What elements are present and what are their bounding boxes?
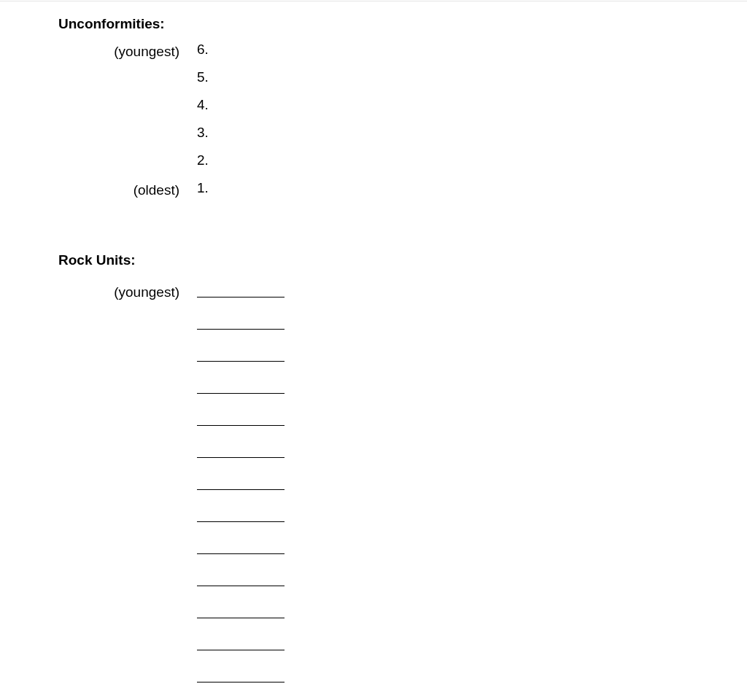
unconformities-row-4: 4. <box>58 95 747 115</box>
unconformities-row-6: (youngest) 6. <box>58 39 747 60</box>
unconformities-row-2: 2. <box>58 150 747 171</box>
rock-units-row-6 <box>58 430 747 461</box>
blank-line <box>197 571 285 586</box>
rock-units-row-9 <box>58 526 747 557</box>
rock-units-row-5 <box>58 398 747 429</box>
blank-line <box>197 603 285 618</box>
blank-line <box>197 539 285 554</box>
youngest-label-unconformities: (youngest) <box>58 44 197 60</box>
unconformities-row-5: 5. <box>58 67 747 88</box>
unconformities-item-4: 4. <box>197 95 209 115</box>
rock-units-row-14: (oldest) <box>58 687 747 700</box>
rock-units-row-8 <box>58 494 747 525</box>
blank-line <box>197 346 285 362</box>
rock-units-row-2 <box>58 302 747 332</box>
blank-line <box>197 411 285 426</box>
unconformities-item-1: 1. <box>197 178 209 198</box>
blank-line <box>197 443 285 458</box>
unconformities-row-1: (oldest) 1. <box>58 178 747 198</box>
rock-units-row-1: (youngest) <box>58 276 747 300</box>
rock-units-row-7 <box>58 462 747 493</box>
rock-units-row-13 <box>58 655 747 685</box>
top-divider <box>0 1 747 1</box>
unconformities-item-5: 5. <box>197 67 209 88</box>
youngest-label-rock-units: (youngest) <box>58 284 197 300</box>
rock-units-row-3 <box>58 334 747 365</box>
blank-line <box>197 475 285 490</box>
unconformities-heading: Unconformities: <box>58 16 747 32</box>
oldest-label-unconformities: (oldest) <box>58 182 197 198</box>
blank-line <box>197 378 285 394</box>
unconformities-item-6: 6. <box>197 39 209 60</box>
rock-units-row-12 <box>58 623 747 653</box>
blank-line <box>197 314 285 330</box>
unconformities-item-2: 2. <box>197 150 209 171</box>
blank-line <box>197 282 285 298</box>
rock-units-row-10 <box>58 559 747 589</box>
rock-units-row-11 <box>58 591 747 621</box>
blank-line <box>197 507 285 522</box>
rock-units-heading: Rock Units: <box>58 252 747 268</box>
blank-line <box>197 667 285 682</box>
rock-units-row-4 <box>58 366 747 397</box>
blank-line <box>197 635 285 650</box>
unconformities-item-3: 3. <box>197 122 209 143</box>
unconformities-row-3: 3. <box>58 122 747 143</box>
